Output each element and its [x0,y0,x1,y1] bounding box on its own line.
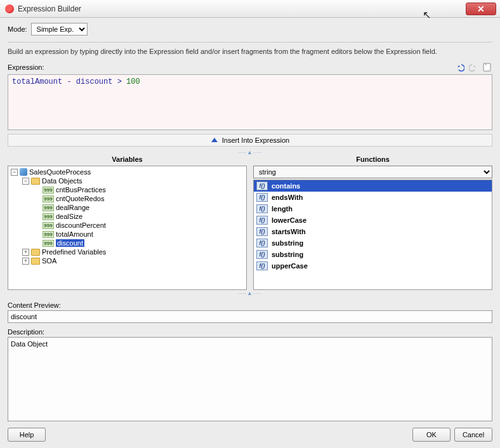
help-button[interactable]: Help [8,428,46,442]
expr-token: discount [76,77,113,86]
arrow-up-icon [211,136,218,144]
function-label: substring [272,251,303,258]
process-icon [20,168,27,176]
variables-title: Variables [8,155,247,163]
functions-title: Functions [253,155,492,163]
tree-node-variable[interactable]: discount [34,239,246,247]
function-icon [256,181,268,190]
insert-into-expression-button[interactable]: Insert Into Expression [8,134,492,147]
tree-label: dealRange [56,204,89,211]
function-icon [256,216,268,225]
variable-icon [43,231,54,238]
function-label: lowerCase [272,216,306,224]
close-button[interactable]: ✕ [466,3,496,15]
variable-icon [43,222,54,229]
window-title: Expression Builder [18,4,466,13]
function-label: substring [272,239,303,247]
expression-label: Expression: [8,63,44,71]
redo-icon[interactable] [468,62,479,73]
variables-tree[interactable]: − SalesQuoteProcess − Data Objects cntBu… [8,166,247,290]
spacer-icon [34,204,41,211]
function-category-select[interactable]: string [253,166,492,178]
function-icon [256,261,268,270]
tree-label: cntBusPractices [56,186,106,194]
function-icon [256,239,268,247]
ok-button[interactable]: OK [412,428,451,442]
variable-icon [43,187,54,194]
clear-icon[interactable] [481,62,492,73]
expr-token: > [117,77,122,86]
tree-label: dealSize [56,213,82,220]
tree-node-variable[interactable]: cntQuoteRedos [34,194,246,203]
insert-label: Insert Into Expression [222,136,289,144]
expr-token: totalAmount [12,77,62,86]
function-item[interactable]: contains [254,180,492,192]
tree-label: discountPercent [56,221,106,229]
function-list[interactable]: containsendsWithlengthlowerCasestartsWit… [253,180,492,290]
function-label: upperCase [272,262,308,270]
collapse-icon[interactable]: − [11,169,18,176]
description-box[interactable] [8,337,492,421]
splitter-grip[interactable]: ····▲···· [8,149,492,155]
function-label: startsWith [272,228,306,235]
description-label: Description: [8,328,492,336]
tree-label: totalAmount [56,230,93,238]
tree-node-root[interactable]: − SalesQuoteProcess [11,168,246,176]
function-item[interactable]: endsWith [254,192,492,203]
function-item[interactable]: startsWith [254,226,492,237]
expr-token: 100 [126,77,140,86]
tree-label: cntQuoteRedos [56,195,104,202]
folder-icon [31,178,40,185]
variable-icon [43,195,54,202]
cancel-button[interactable]: Cancel [454,428,492,442]
tree-node-variable[interactable]: totalAmount [34,230,246,239]
titlebar: Expression Builder ✕ [0,0,500,18]
tree-node-soa[interactable]: + SOA [22,256,246,265]
functions-pane: Functions string containsendsWithlengthl… [253,155,492,290]
variable-icon [43,213,54,220]
content-preview-label: Content Preview: [8,301,492,309]
spacer-icon [34,187,41,194]
splitter-grip[interactable]: ····▲···· [8,290,492,296]
tree-node-variable[interactable]: dealSize [34,212,246,221]
tree-label: discount [56,239,84,247]
content-preview-input[interactable] [8,310,492,323]
expand-icon[interactable]: + [22,249,29,256]
function-label: contains [272,182,300,190]
svg-rect-0 [484,63,490,71]
tree-node-variable[interactable]: dealRange [34,203,246,212]
dialog-content: Mode: Simple Exp. Build an expression by… [0,18,500,448]
folder-icon [31,258,40,265]
variable-icon [43,204,54,211]
expression-input[interactable]: totalAmount - discount > 100 [8,74,492,130]
folder-icon [31,249,40,256]
function-icon [256,204,268,213]
tree-node-predefined[interactable]: + Predefined Variables [22,247,246,256]
tree-node-variable[interactable]: cntBusPractices [34,185,246,194]
function-icon [256,193,268,202]
function-item[interactable]: substring [254,249,492,260]
mode-select[interactable]: Simple Exp. [31,23,88,36]
instruction-text: Build an expression by typing directly i… [8,48,492,55]
spacer-icon [34,213,41,220]
function-item[interactable]: lowerCase [254,214,492,226]
mode-label: Mode: [8,25,27,33]
collapse-icon[interactable]: − [22,178,29,185]
function-icon [256,227,268,236]
expr-token: - [67,77,71,86]
expression-header: Expression: [8,62,492,73]
function-item[interactable]: upperCase [254,260,492,272]
variables-pane: Variables − SalesQuoteProcess − Data Obj… [8,155,247,290]
function-icon [256,250,268,259]
expand-icon[interactable]: + [22,258,29,265]
undo-icon[interactable] [454,62,466,73]
tree-node-data-objects[interactable]: − Data Objects [22,176,246,185]
divider [8,42,492,43]
variable-icon [43,240,54,247]
spacer-icon [34,222,41,229]
tree-node-variable[interactable]: discountPercent [34,221,246,230]
function-label: length [272,205,293,213]
function-item[interactable]: length [254,203,492,214]
mode-row: Mode: Simple Exp. [8,23,492,36]
function-item[interactable]: substring [254,237,492,249]
